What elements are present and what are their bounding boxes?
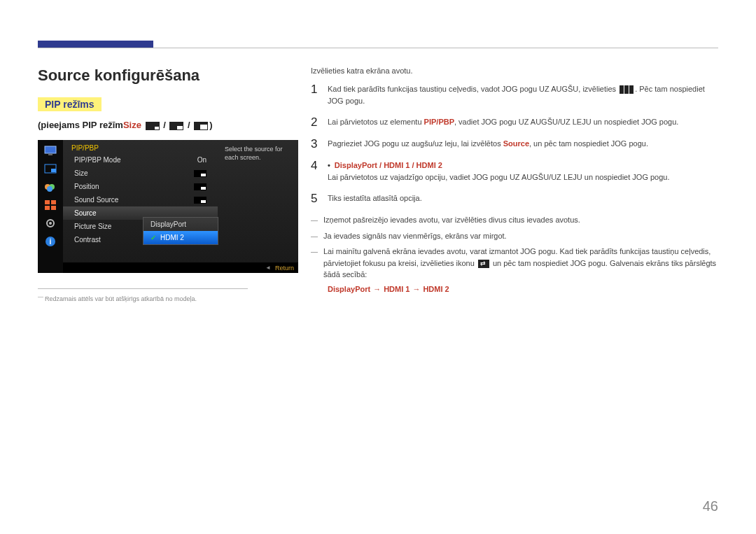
note-3-text: Lai mainītu galvenā ekrāna ievades avotu… bbox=[323, 246, 718, 281]
step-4: 4 DisplayPort / HDMI 1 / HDMI 2 Lai pārv… bbox=[311, 160, 718, 183]
pip-position-value-icon bbox=[194, 183, 206, 190]
palette-icon bbox=[44, 182, 57, 192]
gear-icon bbox=[44, 218, 57, 228]
svg-rect-3 bbox=[51, 169, 56, 172]
source-cycle: DisplayPort→HDMI 1→HDMI 2 bbox=[311, 285, 718, 293]
osd-screenshot: i PIP/PBP PIP/PBP ModeOn Size Position S… bbox=[38, 140, 298, 273]
step-num-5: 5 bbox=[311, 192, 319, 204]
step-text-4: DisplayPort / HDMI 1 / HDMI 2 Lai pārvie… bbox=[328, 160, 670, 183]
dash-icon: ― bbox=[311, 246, 318, 281]
osd-row-size: Size bbox=[63, 167, 218, 180]
page-title: Source konfigurēšana bbox=[38, 66, 297, 85]
osd-row-sound: Sound Source bbox=[63, 193, 218, 206]
header-accent-bar bbox=[38, 41, 153, 48]
svg-text:i: i bbox=[50, 238, 52, 246]
step-2: 2 Lai pārvietotos uz elementu PIP/PBP, v… bbox=[311, 116, 718, 128]
cycle-h1: HDMI 1 bbox=[384, 285, 410, 293]
note-1: ― Izņemot pašreizējo ievades avotu, var … bbox=[311, 214, 718, 226]
dash-icon: ― bbox=[311, 231, 318, 242]
grid-icon bbox=[44, 200, 57, 210]
page-number: 46 bbox=[703, 498, 718, 514]
step-num-3: 3 bbox=[311, 138, 319, 150]
step-text-3: Pagrieziet JOG pogu uz augšu/uz leju, la… bbox=[328, 138, 648, 150]
cycle-dp: DisplayPort bbox=[328, 285, 370, 293]
lead-text: Izvēlieties katra ekrāna avotu. bbox=[311, 66, 718, 75]
size-word: Size bbox=[123, 120, 141, 130]
osd-sidebar-icons: i bbox=[38, 140, 63, 273]
page-content: Source konfigurēšana PIP režīms (pieejam… bbox=[38, 66, 718, 302]
step-5: 5 Tiks iestatīta atlasītā opcija. bbox=[311, 192, 718, 204]
osd-row-mode: PIP/PBP ModeOn bbox=[63, 153, 218, 167]
osd-return: ◄Return bbox=[265, 262, 294, 273]
step-num-1: 1 bbox=[311, 83, 319, 95]
sep-1: / bbox=[163, 120, 168, 130]
swap-icon bbox=[478, 260, 489, 268]
pip-mode-badge: PIP režīms bbox=[38, 97, 102, 111]
header-rule bbox=[38, 48, 718, 48]
step-1: 1 Kad tiek parādīts funkcijas taustiņu c… bbox=[311, 83, 718, 106]
svg-rect-7 bbox=[45, 200, 50, 204]
source-options: DisplayPort / HDMI 1 / HDMI 2 bbox=[328, 160, 670, 171]
pip-sound-value-icon bbox=[194, 197, 206, 204]
step-num-4: 4 bbox=[311, 160, 319, 171]
subheading-suffix: ) bbox=[209, 120, 212, 130]
dash-icon: ― bbox=[311, 215, 318, 226]
svg-rect-10 bbox=[51, 206, 56, 210]
step-text-1: Kad tiek parādīts funkcijas taustiņu ceļ… bbox=[328, 83, 718, 106]
osd-row-position: Position bbox=[63, 180, 218, 193]
monitor-icon bbox=[44, 146, 57, 155]
step-text-2: Lai pārvietotos uz elementu PIP/PBP, vad… bbox=[328, 116, 678, 128]
osd-menu-title: PIP/PBP bbox=[63, 140, 218, 153]
svg-rect-0 bbox=[45, 146, 56, 153]
source-dropdown: DisplayPort ✓HDMI 2 bbox=[143, 217, 218, 245]
svg-rect-1 bbox=[48, 154, 52, 155]
size-icon-small bbox=[146, 122, 160, 130]
footnote: ―Redzamais attēls var būt atšķirīgs atka… bbox=[38, 293, 297, 302]
svg-rect-8 bbox=[51, 200, 56, 204]
step-text-5: Tiks iestatīta atlasītā opcija. bbox=[328, 192, 422, 204]
menu-guide-icon bbox=[620, 85, 634, 94]
sep-2: / bbox=[188, 120, 192, 130]
note-2: ― Ja ievades signāls nav vienmērīgs, ekr… bbox=[311, 230, 718, 242]
osd-help-panel: Select the source for each screen. bbox=[218, 140, 298, 262]
size-icon-large bbox=[194, 122, 208, 130]
step-3: 3 Pagrieziet JOG pogu uz augšu/uz leju, … bbox=[311, 138, 718, 150]
pip-size-value-icon bbox=[194, 170, 206, 177]
svg-point-12 bbox=[49, 222, 52, 225]
pip-icon bbox=[44, 164, 57, 174]
subheading: (pieejams PIP režīmSize / / ) bbox=[38, 120, 297, 130]
check-icon: ✓ bbox=[150, 234, 156, 241]
left-column: Source konfigurēšana PIP režīms (pieejam… bbox=[38, 66, 311, 302]
right-column: Izvēlieties katra ekrāna avotu. 1 Kad ti… bbox=[311, 66, 718, 302]
cycle-h2: HDMI 2 bbox=[423, 285, 449, 293]
note-3: ― Lai mainītu galvenā ekrāna ievades avo… bbox=[311, 246, 718, 281]
svg-point-6 bbox=[47, 186, 52, 192]
svg-rect-9 bbox=[45, 206, 50, 210]
footnote-rule bbox=[38, 288, 248, 289]
return-arrow-icon: ◄ bbox=[265, 265, 271, 271]
info-icon: i bbox=[44, 237, 57, 246]
step-num-2: 2 bbox=[311, 116, 319, 128]
subheading-prefix: (pieejams PIP režīm bbox=[38, 120, 123, 130]
dropdown-item-hdmi2: ✓HDMI 2 bbox=[144, 231, 218, 244]
dropdown-item-displayport: DisplayPort bbox=[144, 218, 218, 231]
size-icon-medium bbox=[169, 122, 183, 130]
